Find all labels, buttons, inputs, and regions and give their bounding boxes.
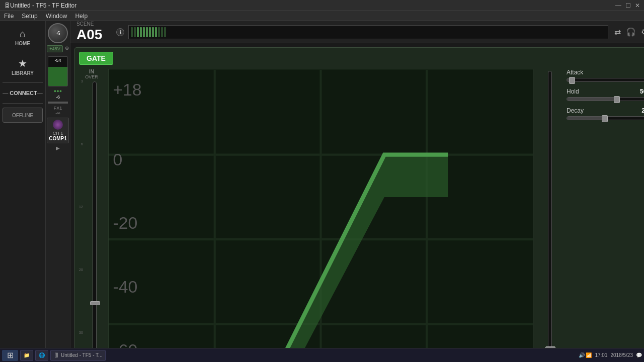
meter-bar-4 xyxy=(140,27,142,37)
thresh-scale: 3612203060 xyxy=(79,79,83,362)
svg-text:-20: -20 xyxy=(113,213,137,232)
meter-bar-3 xyxy=(137,27,139,37)
scene-info-icon[interactable]: ℹ xyxy=(116,28,124,36)
gate-main-panel: GATE IN OVER 3612203060 xyxy=(74,47,644,362)
meter-bar-9 xyxy=(155,27,157,37)
gate-header: GATE xyxy=(79,52,644,65)
minimize-button[interactable]: — xyxy=(615,2,621,9)
close-button[interactable]: ✕ xyxy=(635,2,640,9)
attack-label: Attack xyxy=(567,69,583,76)
app-icon: 🎛 xyxy=(4,2,10,9)
menu-help[interactable]: Help xyxy=(75,13,88,20)
meter-bar-7 xyxy=(149,27,151,37)
menu-file[interactable]: File xyxy=(4,13,14,20)
phase-button[interactable]: ⊕ xyxy=(65,45,69,54)
header-icons: ⇄ 🎧 ⚙ 👤 Administrator xyxy=(614,27,644,37)
hold-label: Hold xyxy=(567,88,579,95)
meter-bar-12 xyxy=(164,27,166,37)
channel-name-display: CH 1 COMP1 xyxy=(47,118,69,143)
ch-comp-label: COMP1 xyxy=(49,136,67,141)
sidebar-library-button[interactable]: ★ LIBRARY xyxy=(3,53,43,80)
library-label: LIBRARY xyxy=(12,70,34,76)
sidebar-connect-button[interactable]: CONNECT xyxy=(0,88,45,98)
app-taskbar-button[interactable]: 🎛 Untitled - TF5 - T... xyxy=(50,350,106,361)
in-over-label: OVER xyxy=(85,74,98,79)
meter-bar-1 xyxy=(131,27,133,37)
svg-text:+18: +18 xyxy=(113,80,141,99)
range-track xyxy=(548,71,552,362)
center-panel: SCENE A05 ℹ ⇄ 🎧 ⚙ xyxy=(70,21,644,362)
sidebar-home-button[interactable]: ⌂ HOME xyxy=(3,23,43,51)
browser-button[interactable]: 🌐 xyxy=(35,350,48,361)
taskbar-time: 17:01 xyxy=(595,352,607,358)
taskbar-date: 2018/5/23 xyxy=(611,352,633,358)
thresh-thumb[interactable] xyxy=(90,301,100,305)
thresh-slider[interactable] xyxy=(85,81,104,362)
menu-bar: File Setup Window Help xyxy=(0,11,644,21)
menu-setup[interactable]: Setup xyxy=(22,13,37,20)
ch-number-label: CH 1 xyxy=(49,131,67,136)
maximize-button[interactable]: ☐ xyxy=(625,2,631,9)
range-slider-section: Range -60 xyxy=(537,69,562,362)
file-manager-button[interactable]: 📁 xyxy=(20,350,33,361)
sidebar: ⌂ HOME ★ LIBRARY CONNECT OFFLINE xyxy=(0,21,46,362)
gate-panel: GATE IN OVER 3612203060 xyxy=(70,43,644,362)
svg-text:-40: -40 xyxy=(113,277,137,296)
hold-thumb[interactable] xyxy=(614,96,620,103)
attack-thumb[interactable] xyxy=(569,77,575,84)
meter-bar-11 xyxy=(161,27,163,37)
hold-slider[interactable] xyxy=(567,97,644,101)
main-area: ⌂ HOME ★ LIBRARY CONNECT OFFLINE -6 +48V… xyxy=(0,21,644,362)
gate-on-button[interactable]: GATE xyxy=(79,52,113,65)
routing-icon[interactable]: ⇄ xyxy=(614,27,621,37)
headphone-icon[interactable]: 🎧 xyxy=(626,27,636,37)
ch-expand-arrow[interactable]: ▶ xyxy=(56,145,60,151)
range-slider[interactable] xyxy=(537,71,562,362)
sidebar-offline-button[interactable]: OFFLINE xyxy=(3,108,43,123)
thresh-track xyxy=(93,81,97,362)
in-label: IN xyxy=(89,69,94,74)
attack-slider[interactable] xyxy=(567,78,644,82)
decay-value: 243m xyxy=(641,107,644,114)
decay-label: Decay xyxy=(567,107,584,114)
fader-db-display: -6 xyxy=(56,95,60,100)
meter-bar-5 xyxy=(143,27,145,37)
hold-value: 50.0m xyxy=(640,88,644,95)
fader-indicator xyxy=(48,102,68,104)
gate-graph-svg: +18 0 -20 -40 -60 -60 -40 -20 0 +18 xyxy=(108,69,533,362)
top-header: SCENE A05 ℹ ⇄ 🎧 ⚙ xyxy=(70,21,644,43)
app-taskbar-label: Untitled - TF5 - T... xyxy=(61,352,102,358)
start-button[interactable]: ⊞ xyxy=(2,350,18,361)
decay-thumb[interactable] xyxy=(602,115,608,122)
channel-strip: -6 +48V ⊕ -54 ●●● -6 FX1 -∞ CH 1 COMP1 ▶ xyxy=(46,21,70,362)
ch-gain-knob[interactable]: -6 xyxy=(48,23,68,43)
app-title: Untitled - TF5 - TF Editor xyxy=(10,2,76,9)
gate-right-params: Attack 5m Hold 50.0m xyxy=(567,69,644,362)
taskbar-tray: 🔊 📶 17:01 2018/5/23 💬 xyxy=(579,352,642,358)
meter-bar-6 xyxy=(146,27,148,37)
thresh-slider-section: IN OVER 3612203060 xyxy=(79,69,104,362)
notification-icon[interactable]: 💬 xyxy=(636,352,642,358)
gain-db-display: -54 xyxy=(48,58,67,63)
title-bar: 🎛 Untitled - TF5 - TF Editor — ☐ ✕ xyxy=(0,0,644,11)
settings-icon[interactable]: ⚙ xyxy=(641,27,644,37)
meter-bar-2 xyxy=(134,27,136,37)
sidebar-divider xyxy=(3,82,43,83)
menu-window[interactable]: Window xyxy=(46,13,67,20)
gate-controls-main: IN OVER 3612203060 xyxy=(79,69,644,362)
star-icon: ★ xyxy=(18,57,27,69)
meter-bar-8 xyxy=(152,27,154,37)
hold-param: Hold 50.0m xyxy=(567,88,644,101)
channel-color-knob[interactable] xyxy=(53,120,63,130)
svg-marker-6 xyxy=(151,155,448,362)
channel-dots: ●●● xyxy=(54,88,62,94)
gain-meter: -54 xyxy=(48,56,68,86)
decay-slider[interactable] xyxy=(567,116,644,120)
gate-graph-container: +18 0 -20 -40 -60 -60 -40 -20 0 +18 xyxy=(108,69,533,362)
fx1-label: FX1 xyxy=(54,106,62,111)
home-label: HOME xyxy=(15,41,30,46)
fx1-value: -∞ xyxy=(55,111,60,116)
phantom-power-button[interactable]: +48V xyxy=(47,45,62,52)
level-meter xyxy=(128,25,608,39)
app-taskbar-icon: 🎛 xyxy=(54,352,59,358)
